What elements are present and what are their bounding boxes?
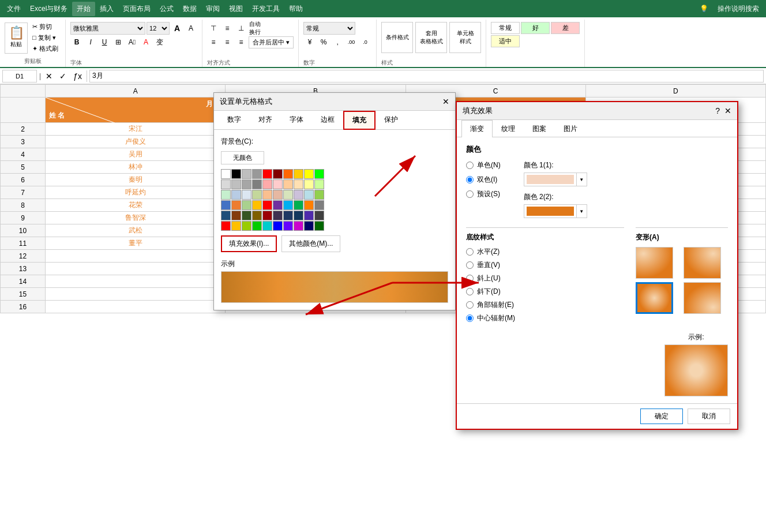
tab-fill[interactable]: 填充 <box>343 111 376 130</box>
menu-search[interactable]: 操作说明搜索 <box>713 2 764 16</box>
swatch-r4-4[interactable] <box>252 200 262 210</box>
tab-protection[interactable]: 保护 <box>376 111 407 130</box>
currency-button[interactable]: ¥ <box>303 36 316 48</box>
fill-effect-button[interactable]: 填充效果(I)... <box>221 235 277 252</box>
number-format-select[interactable]: 常规 <box>303 22 355 35</box>
swatch-r4-5[interactable] <box>262 200 272 210</box>
swatch-r4-3[interactable] <box>242 200 251 210</box>
fill-tab-gradient[interactable]: 渐变 <box>461 120 493 137</box>
cell-a8[interactable]: 花荣 <box>46 199 226 212</box>
table-style-button[interactable]: 套用 表格格式 <box>415 22 447 53</box>
swatch-r6-8[interactable] <box>294 221 303 231</box>
strikethrough-button[interactable]: 变 <box>153 36 166 48</box>
swatch-r4-2[interactable] <box>231 200 241 210</box>
swatch-r4-1[interactable] <box>221 200 231 210</box>
radio-corner-radial-input[interactable] <box>466 301 474 309</box>
swatch-r4-6[interactable] <box>273 200 283 210</box>
radio-diag-up-input[interactable] <box>466 275 474 282</box>
menu-page-layout[interactable]: 页面布局 <box>118 2 155 16</box>
copy-button[interactable]: □ 复制 ▾ <box>30 33 61 43</box>
align-center-button[interactable]: ≡ <box>221 36 234 48</box>
conditional-format-button[interactable]: 条件格式 <box>381 22 413 53</box>
no-color-button[interactable]: 无颜色 <box>221 151 264 164</box>
swatch-r6-7[interactable] <box>283 221 293 231</box>
cell-a6[interactable]: 秦明 <box>46 174 226 186</box>
style-normal-button[interactable]: 常规 <box>491 22 520 34</box>
tab-border[interactable]: 边框 <box>312 111 343 130</box>
swatch-r2-4[interactable] <box>252 179 262 189</box>
merge-center-button[interactable]: 合并后居中 ▾ <box>249 36 294 48</box>
cell-a7[interactable]: 呼延灼 <box>46 186 226 199</box>
col-header-a[interactable]: A <box>46 85 226 98</box>
cell-a5[interactable]: 林冲 <box>46 161 226 174</box>
swatch-brightyellow[interactable] <box>304 169 314 179</box>
swatch-r4-8[interactable] <box>294 200 303 210</box>
cell-a11[interactable]: 董平 <box>46 237 226 250</box>
swatch-r3-1[interactable] <box>221 190 231 200</box>
italic-button[interactable]: I <box>84 36 97 48</box>
swatch-orange[interactable] <box>283 169 293 179</box>
font-color-button[interactable]: A <box>140 36 152 48</box>
align-left-button[interactable]: ≡ <box>207 36 220 48</box>
swatch-r6-2[interactable] <box>231 221 241 231</box>
swatch-r2-7[interactable] <box>283 179 293 189</box>
align-middle-button[interactable]: ≡ <box>221 22 234 35</box>
align-top-button[interactable]: ⊤ <box>207 22 220 35</box>
font-size-select[interactable]: 12 <box>147 22 170 35</box>
format-painter-button[interactable]: ✦ 格式刷 <box>30 44 61 54</box>
increase-dec-button[interactable]: .00 <box>345 36 358 48</box>
menu-file[interactable]: 文件 <box>2 2 25 16</box>
menu-home[interactable]: 开始 <box>72 2 95 16</box>
menu-data[interactable]: 数据 <box>178 2 201 16</box>
swatch-gray1[interactable] <box>242 169 251 179</box>
cell-a10[interactable]: 武松 <box>46 224 226 237</box>
radio-horizontal-input[interactable] <box>466 248 474 256</box>
underline-button[interactable]: U <box>98 36 111 48</box>
fill-effect-help-button[interactable]: ? <box>715 106 720 115</box>
swatch-r3-6[interactable] <box>273 190 283 200</box>
fill-tab-picture[interactable]: 图片 <box>555 120 586 137</box>
cell-a9[interactable]: 鲁智深 <box>46 212 226 224</box>
radio-single-color-input[interactable] <box>466 162 474 169</box>
wrap-text-button[interactable]: 自动换行 <box>249 22 261 35</box>
swatch-r3-5[interactable] <box>262 190 272 200</box>
swatch-r2-6[interactable] <box>273 179 283 189</box>
swatch-r3-9[interactable] <box>304 190 314 200</box>
radio-center-radial-input[interactable] <box>466 314 474 322</box>
swatch-black[interactable] <box>231 169 241 179</box>
cell-a15[interactable] <box>46 288 226 301</box>
style-neutral-button[interactable]: 适中 <box>491 35 520 47</box>
menu-insert[interactable]: 插入 <box>95 2 118 16</box>
swatch-r6-1[interactable] <box>221 221 231 231</box>
swatch-r4-10[interactable] <box>314 200 324 210</box>
color2-dropdown-icon[interactable]: ▼ <box>576 205 587 218</box>
swatch-r5-5[interactable] <box>262 211 272 220</box>
style-bad-button[interactable]: 差 <box>551 22 580 34</box>
swatch-darkred[interactable] <box>273 169 283 179</box>
fill-tab-pattern[interactable]: 图案 <box>524 120 555 137</box>
comma-button[interactable]: , <box>331 36 344 48</box>
color2-picker-button[interactable]: ▼ <box>524 204 587 218</box>
fill-effect-ok-button[interactable]: 确定 <box>640 409 683 424</box>
transform-option-2[interactable] <box>684 247 721 279</box>
swatch-r6-9[interactable] <box>304 221 314 231</box>
cell-a13[interactable] <box>46 263 226 275</box>
radio-diag-down-input[interactable] <box>466 288 474 295</box>
col-header-d[interactable]: D <box>585 85 765 98</box>
cell-a3[interactable]: 卢俊义 <box>46 136 226 148</box>
menu-dev[interactable]: 开发工具 <box>247 2 284 16</box>
cell-ref-input[interactable] <box>2 70 37 83</box>
cell-a2[interactable]: 宋江 <box>46 123 226 136</box>
tab-number[interactable]: 数字 <box>219 111 250 130</box>
formula-input[interactable] <box>89 70 764 83</box>
diagonal-header-cell[interactable]: 月 份 姓 名 <box>46 98 226 123</box>
radio-center-radial[interactable]: 中心辐射(M) <box>466 313 624 323</box>
other-colors-button[interactable]: 其他颜色(M)... <box>281 235 340 252</box>
swatch-r6-5[interactable] <box>262 221 272 231</box>
fill-effect-close-button[interactable]: ✕ <box>724 106 731 115</box>
align-right-button[interactable]: ≡ <box>235 36 247 48</box>
transform-option-3[interactable] <box>636 282 673 314</box>
swatch-r2-3[interactable] <box>242 179 251 189</box>
menu-help[interactable]: 帮助 <box>284 2 307 16</box>
transform-option-4[interactable] <box>684 282 721 314</box>
